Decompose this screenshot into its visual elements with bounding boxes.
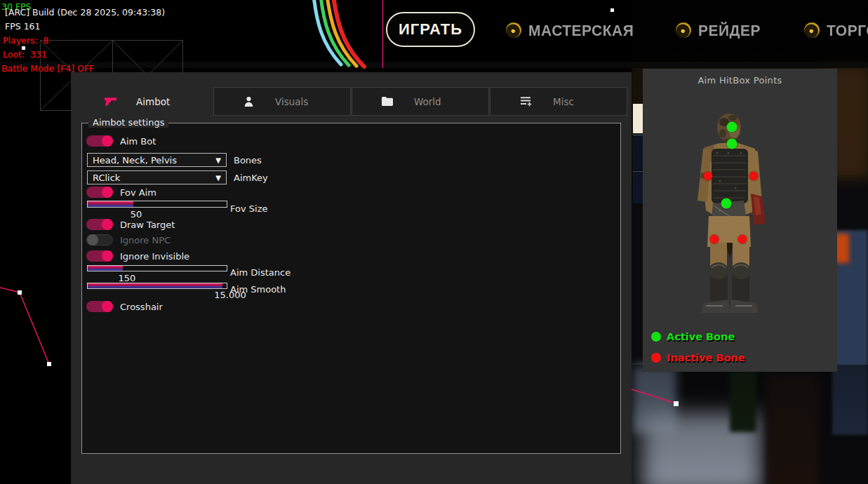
nav-item-label: РЕЙДЕР: [698, 21, 761, 39]
crosshair-label: Crosshair: [120, 302, 163, 312]
aimbot-settings-group: Aimbot settings Aim Bot Head, Neck, Pelv…: [81, 123, 621, 454]
nav-item-workshop[interactable]: МАСТЕРСКАЯ: [506, 21, 634, 39]
toggle-knob: [102, 219, 113, 230]
aimkey-dropdown-value: RClick: [93, 173, 120, 183]
tab-aimbot[interactable]: Aimbot: [71, 87, 213, 116]
ignore-npc-row: Ignore NPC: [82, 234, 620, 248]
fov-size-slider[interactable]: [87, 201, 227, 208]
aim-bot-label: Aim Bot: [120, 136, 156, 147]
cheat-menu-panel: Aimbot Visuals World Misc Aimbot setting…: [71, 72, 632, 484]
play-button[interactable]: ИГРАТЬ: [386, 12, 475, 47]
aimkey-dropdown[interactable]: RClick ▼: [87, 170, 227, 184]
scene-dark-overlay: [632, 365, 868, 484]
aim-distance-label: Aim Distance: [230, 267, 291, 278]
bone-dot-right-arm: [749, 171, 758, 180]
toggle-knob: [102, 135, 113, 147]
hud-loot-count: Loot: 331: [3, 49, 47, 60]
draw-target-label: Draw Target: [120, 220, 175, 230]
bone-dot-right-thigh: [738, 234, 747, 243]
bone-dot-head: [726, 121, 737, 132]
tab-world[interactable]: World: [352, 87, 489, 116]
coin-icon: [676, 22, 691, 38]
play-button-label: ИГРАТЬ: [399, 20, 462, 39]
bones-row: Head, Neck, Pelvis ▼ Bones: [82, 153, 620, 167]
aim-smooth-row: Aim Smooth 15.000: [82, 283, 620, 297]
hud-fps-counter: FPS 161: [5, 21, 41, 32]
groupbox-title: Aimbot settings: [88, 117, 168, 128]
tab-label: World: [414, 96, 441, 107]
tab-label: Visuals: [275, 96, 308, 107]
slider-fill: [88, 201, 133, 207]
aim-smooth-value: 15.000: [184, 290, 276, 300]
fov-size-value: 50: [87, 209, 185, 220]
inactive-bone-dot: [651, 353, 661, 363]
nav-item-label: МАСТЕРСКАЯ: [528, 21, 634, 39]
bone-layer: [643, 69, 837, 372]
bone-dot-left-arm: [704, 171, 713, 180]
nav-item-raider[interactable]: РЕЙДЕР: [676, 21, 761, 39]
tab-label: Misc: [553, 96, 574, 107]
navbar-bottom-strip: [0, 62, 868, 68]
aimkey-label: AimKey: [234, 173, 268, 183]
aim-distance-slider[interactable]: [87, 265, 227, 271]
bone-dot-left-thigh: [709, 234, 719, 243]
aim-distance-value: 150: [87, 273, 167, 283]
inactive-bone-label: Inactive Bone: [667, 352, 745, 363]
tab-visuals[interactable]: Visuals: [213, 87, 351, 116]
screen: { "hud": { "fps_overlay": "30 FPS", "bui…: [0, 0, 868, 484]
ignore-npc-toggle[interactable]: [86, 234, 113, 246]
ignore-invisible-row: Ignore Invisible: [82, 250, 620, 264]
aimkey-row: RClick ▼ AimKey: [82, 170, 620, 184]
fov-aim-label: Fov Aim: [120, 187, 156, 198]
tab-misc[interactable]: Misc: [490, 87, 627, 116]
coin-icon: [804, 22, 820, 38]
hud-players-count: Players: 8: [3, 35, 49, 46]
nav-item-trader[interactable]: ТОРГО: [804, 21, 868, 39]
fov-aim-toggle[interactable]: [86, 187, 113, 198]
bones-dropdown[interactable]: Head, Neck, Pelvis ▼: [87, 153, 227, 167]
active-bone-dot: [651, 332, 661, 342]
chevron-down-icon: ▼: [215, 174, 221, 182]
draw-target-row: Draw Target: [82, 219, 620, 233]
chevron-down-icon: ▼: [215, 156, 221, 164]
crosshair-toggle[interactable]: [86, 301, 113, 312]
toggle-knob: [102, 301, 113, 312]
ignore-invisible-label: Ignore Invisible: [120, 251, 189, 262]
draw-target-toggle[interactable]: [86, 219, 113, 230]
aim-smooth-slider[interactable]: [87, 283, 227, 289]
nav-item-label: ТОРГО: [827, 21, 868, 39]
folder-icon: [382, 97, 393, 106]
bones-dropdown-value: Head, Neck, Pelvis: [93, 155, 177, 166]
fov-aim-row: Fov Aim: [82, 187, 620, 201]
playlist-add-icon: [520, 96, 532, 107]
tab-label: Aimbot: [136, 96, 170, 107]
hud-build-info: [ARC] Build (Dec 28 2025, 09:43:38): [5, 7, 165, 18]
legend-inactive-bone: Inactive Bone: [651, 352, 745, 363]
aim-distance-row: 150 Aim Distance: [82, 265, 620, 279]
person-icon: [243, 96, 254, 107]
bones-label: Bones: [234, 155, 262, 166]
toggle-knob: [87, 234, 98, 246]
bone-dot-pelvis: [721, 198, 732, 208]
ignore-invisible-toggle[interactable]: [86, 250, 113, 262]
legend-active-bone: Active Bone: [651, 331, 735, 342]
toggle-knob: [102, 250, 113, 262]
toggle-knob: [102, 187, 113, 198]
active-bone-label: Active Bone: [667, 331, 735, 342]
slider-fill: [88, 266, 123, 271]
hitbox-preview-panel: Aim HitBox Points: [643, 69, 837, 372]
pink-trace-left: [0, 288, 49, 364]
fov-size-label: Fov Size: [230, 203, 267, 214]
bone-dot-neck: [726, 139, 737, 149]
aim-bot-toggle[interactable]: [86, 135, 113, 147]
gun-icon: [104, 96, 117, 107]
coin-icon: [506, 22, 521, 38]
crosshair-row: Crosshair: [82, 301, 620, 315]
slider-fill: [88, 283, 222, 288]
fov-size-row: 50 Fov Size: [82, 201, 620, 215]
aim-bot-row: Aim Bot: [82, 135, 620, 149]
ignore-npc-label: Ignore NPC: [120, 235, 171, 246]
